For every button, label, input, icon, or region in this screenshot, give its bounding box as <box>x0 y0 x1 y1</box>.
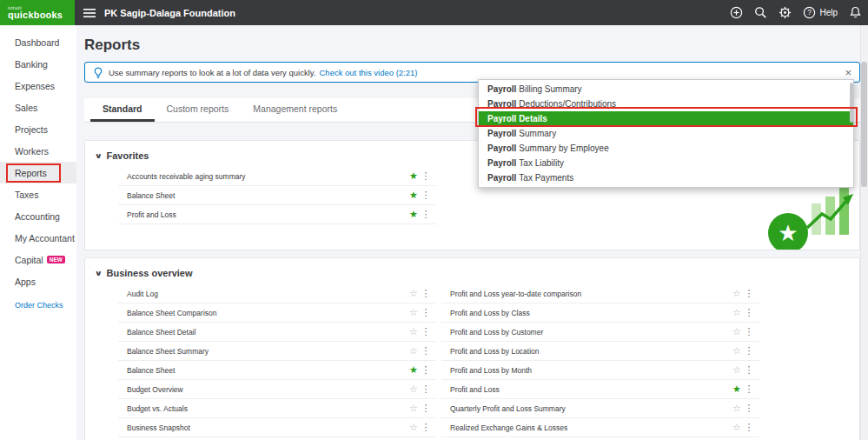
dropdown-item-payroll[interactable]: Payroll Tax Payments <box>479 170 853 185</box>
favorite-star-icon[interactable]: ☆ <box>407 289 421 298</box>
sidebar-item-dashboard[interactable]: Dashboard <box>0 31 76 53</box>
report-link[interactable]: Profit and Loss by Customer <box>450 328 730 337</box>
report-row-audit-log[interactable]: Audit Log ☆ ⋮ <box>118 284 436 303</box>
sidebar-item-capital[interactable]: Capital NEW <box>0 249 76 270</box>
report-link[interactable]: Balance Sheet Comparison <box>127 309 407 317</box>
report-link[interactable]: Profit and Loss by Class <box>450 309 730 317</box>
tab-custom-reports[interactable]: Custom reports <box>155 98 242 122</box>
report-row-balance-sheet-summary[interactable]: Balance Sheet Summary ☆ ⋮ <box>118 342 436 361</box>
business-overview-header[interactable]: ∨ Business overview <box>85 258 859 284</box>
hamburger-menu-icon[interactable] <box>83 8 96 18</box>
quickbooks-logo[interactable]: intuit quickbooks <box>0 0 75 25</box>
search-icon[interactable] <box>754 6 767 19</box>
report-link[interactable]: Audit Log <box>127 290 407 298</box>
report-link[interactable]: Balance Sheet <box>127 366 407 375</box>
dropdown-item-payroll[interactable]: Payroll Billing Summary <box>479 82 853 97</box>
favorite-star-icon[interactable]: ☆ <box>407 327 421 337</box>
report-link[interactable]: Budget vs. Actuals <box>127 404 407 413</box>
sidebar-item-projects[interactable]: Projects <box>0 118 76 140</box>
sidebar-item-sales[interactable]: Sales <box>0 97 76 118</box>
report-link[interactable]: Profit and Loss year-to-date comparison <box>450 290 730 298</box>
dropdown-item-payroll[interactable]: Payroll Summary <box>479 126 853 141</box>
kebab-menu-icon[interactable]: ⋮ <box>421 384 431 394</box>
favorite-star-icon[interactable]: ☆ <box>407 308 421 317</box>
kebab-menu-icon[interactable]: ⋮ <box>744 403 754 413</box>
report-row-business-snapshot[interactable]: Business Snapshot ☆ ⋮ <box>118 418 436 437</box>
sidebar-item-expenses[interactable]: Expenses <box>0 75 76 97</box>
report-link[interactable]: Accounts receivable aging summary <box>127 172 407 181</box>
report-row-balance-sheet[interactable]: Balance Sheet ★ ⋮ <box>118 361 436 380</box>
page-scrollbar-thumb[interactable] <box>861 62 867 187</box>
sidebar-item-my-accountant[interactable]: My Accountant <box>0 227 76 249</box>
kebab-menu-icon[interactable]: ⋮ <box>744 308 754 317</box>
kebab-menu-icon[interactable]: ⋮ <box>421 403 431 413</box>
kebab-menu-icon[interactable]: ⋮ <box>421 327 431 337</box>
sidebar-item-taxes[interactable]: Taxes <box>0 183 76 205</box>
favorite-star-icon[interactable]: ☆ <box>730 308 744 317</box>
favorite-star-icon[interactable]: ☆ <box>407 346 421 356</box>
sidebar-item-reports[interactable]: Reports <box>0 162 76 183</box>
favorite-star-icon[interactable]: ☆ <box>407 403 421 413</box>
report-link[interactable]: Realized Exchange Gains & Losses <box>450 423 730 432</box>
report-link[interactable]: Budget Overview <box>127 385 407 394</box>
report-link[interactable]: Quarterly Profit and Loss Summary <box>450 404 730 413</box>
report-row-budget-overview[interactable]: Budget Overview ☆ ⋮ <box>118 380 436 399</box>
kebab-menu-icon[interactable]: ⋮ <box>744 289 754 298</box>
kebab-menu-icon[interactable]: ⋮ <box>421 289 431 298</box>
notifications-bell-icon[interactable] <box>849 6 862 19</box>
banner-close-icon[interactable]: × <box>845 67 851 78</box>
dropdown-scrollbar-thumb[interactable] <box>850 83 853 123</box>
kebab-menu-icon[interactable]: ⋮ <box>421 190 431 200</box>
report-link[interactable]: Balance Sheet Summary <box>127 347 407 356</box>
report-row-profit-and-loss-by-customer[interactable]: Profit and Loss by Customer ☆ ⋮ <box>441 323 759 342</box>
favorite-star-icon[interactable]: ★ <box>407 171 421 181</box>
report-link[interactable]: Business Snapshot <box>127 423 407 432</box>
report-row-accounts-receivable-aging-summary[interactable]: Accounts receivable aging summary ★ ⋮ <box>118 167 436 186</box>
banner-video-link[interactable]: Check out this video (2:21) <box>319 68 417 77</box>
report-row-balance-sheet[interactable]: Balance Sheet ★ ⋮ <box>118 186 436 205</box>
favorite-star-icon[interactable]: ☆ <box>730 346 744 356</box>
report-row-profit-and-loss-by-month[interactable]: Profit and Loss by Month ☆ ⋮ <box>441 361 759 380</box>
dropdown-item-payroll[interactable]: Payroll Tax Liability <box>479 156 853 170</box>
favorite-star-icon[interactable]: ☆ <box>730 327 744 337</box>
sidebar-item-workers[interactable]: Workers <box>0 140 76 162</box>
sidebar-item-accounting[interactable]: Accounting <box>0 205 76 227</box>
tab-management-reports[interactable]: Management reports <box>241 98 349 122</box>
report-row-profit-and-loss[interactable]: Profit and Loss ★ ⋮ <box>118 205 436 224</box>
kebab-menu-icon[interactable]: ⋮ <box>744 327 754 337</box>
report-row-profit-and-loss-by-location[interactable]: Profit and Loss by Location ☆ ⋮ <box>441 342 759 361</box>
report-row-profit-and-loss[interactable]: Profit and Loss ★ ⋮ <box>441 380 759 399</box>
favorite-star-icon[interactable]: ☆ <box>730 423 744 432</box>
report-link[interactable]: Profit and Loss <box>450 385 730 394</box>
kebab-menu-icon[interactable]: ⋮ <box>744 365 754 375</box>
tab-standard[interactable]: Standard <box>90 98 155 122</box>
page-scrollbar[interactable] <box>860 25 868 440</box>
favorite-star-icon[interactable]: ★ <box>407 210 421 219</box>
favorite-star-icon[interactable]: ☆ <box>730 365 744 375</box>
kebab-menu-icon[interactable]: ⋮ <box>421 308 431 317</box>
favorite-star-icon[interactable]: ☆ <box>730 289 744 298</box>
order-checks-link[interactable]: Order Checks <box>0 292 76 310</box>
favorite-star-icon[interactable]: ☆ <box>730 403 744 413</box>
kebab-menu-icon[interactable]: ⋮ <box>421 171 431 181</box>
kebab-menu-icon[interactable]: ⋮ <box>421 365 431 375</box>
create-plus-icon[interactable] <box>730 6 743 19</box>
report-row-profit-and-loss-year-to-date-comparison[interactable]: Profit and Loss year-to-date comparison … <box>441 284 759 303</box>
report-link[interactable]: Profit and Loss by Location <box>450 347 730 356</box>
report-link[interactable]: Profit and Loss <box>127 210 407 219</box>
dropdown-item-payroll-details[interactable]: Payroll Details <box>479 111 853 126</box>
report-link[interactable]: Balance Sheet Detail <box>127 328 407 337</box>
kebab-menu-icon[interactable]: ⋮ <box>421 210 431 219</box>
report-link[interactable]: Balance Sheet <box>127 191 407 200</box>
report-row-balance-sheet-detail[interactable]: Balance Sheet Detail ☆ ⋮ <box>118 323 436 342</box>
sidebar-item-banking[interactable]: Banking <box>0 53 76 75</box>
kebab-menu-icon[interactable]: ⋮ <box>421 423 431 432</box>
report-row-budget-vs-actuals[interactable]: Budget vs. Actuals ☆ ⋮ <box>118 399 436 418</box>
report-row-quarterly-profit-and-loss-summary[interactable]: Quarterly Profit and Loss Summary ☆ ⋮ <box>441 399 759 418</box>
report-row-balance-sheet-comparison[interactable]: Balance Sheet Comparison ☆ ⋮ <box>118 303 436 323</box>
dropdown-item-payroll[interactable]: Payroll Deductions/Contributions <box>479 97 853 111</box>
report-row-realized-exchange-gains-losses[interactable]: Realized Exchange Gains & Losses ☆ ⋮ <box>441 418 759 437</box>
kebab-menu-icon[interactable]: ⋮ <box>744 346 754 356</box>
kebab-menu-icon[interactable]: ⋮ <box>421 346 431 356</box>
report-row-profit-and-loss-by-class[interactable]: Profit and Loss by Class ☆ ⋮ <box>441 303 759 323</box>
